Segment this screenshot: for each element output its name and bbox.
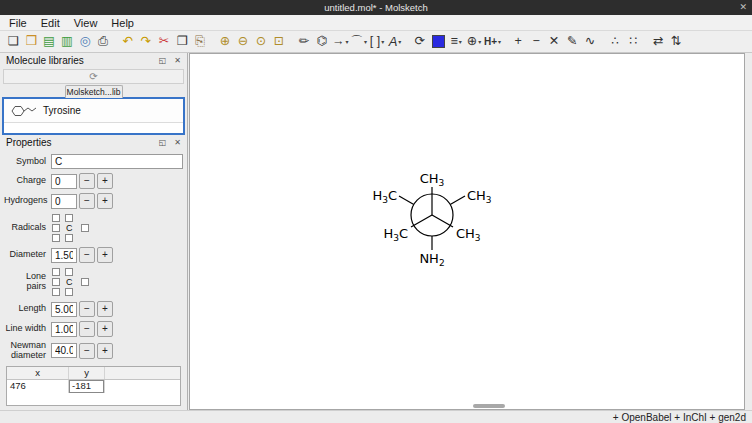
lone-pair-checkbox-right[interactable] xyxy=(81,278,89,286)
library-list[interactable]: Tyrosine xyxy=(2,97,185,135)
window-close-button[interactable]: ✕ xyxy=(739,0,747,15)
charge-decrease-button[interactable]: − xyxy=(79,173,95,189)
newman-diameter-input[interactable] xyxy=(51,343,77,358)
mechanism-arrow-button[interactable]: ⌒▾ xyxy=(350,32,369,51)
charge-tool-button[interactable]: ⊕▾ xyxy=(465,32,483,51)
menu-file[interactable]: File xyxy=(2,17,34,29)
diameter-increase-button[interactable]: + xyxy=(97,247,113,263)
increment-button[interactable]: + xyxy=(509,32,527,51)
lone-pair-checkbox-bottom-right[interactable] xyxy=(65,288,73,296)
drawing-canvas[interactable]: CH3 H3C CH3 H3C CH3 NH2 xyxy=(189,53,745,410)
line-width-increase-button[interactable]: + xyxy=(97,321,113,337)
new-file-button[interactable]: ❏ xyxy=(4,32,22,51)
toolbar-separator xyxy=(209,32,216,51)
library-float-button[interactable]: ◱ xyxy=(156,55,169,67)
hydrogens-decrease-button[interactable]: − xyxy=(79,193,95,209)
undo-icon: ↶ xyxy=(123,35,133,48)
radical-checkbox-bottom-right[interactable] xyxy=(65,234,73,242)
status-bar: + OpenBabel + InChI + gen2d xyxy=(0,410,752,423)
radical-checkbox-top-right[interactable] xyxy=(65,214,73,222)
charge-increase-button[interactable]: + xyxy=(97,173,113,189)
redo-icon: ↷ xyxy=(141,35,151,48)
zoom-reset-button[interactable]: ⊙ xyxy=(252,32,270,51)
menu-help[interactable]: Help xyxy=(104,17,141,29)
lone-pair-checkbox-bottom-left[interactable] xyxy=(52,288,60,296)
newman-projection-molecule[interactable]: CH3 H3C CH3 H3C CH3 NH2 xyxy=(332,137,532,282)
length-label: Length xyxy=(4,304,46,314)
atom-label-lower-left: H3C xyxy=(383,226,408,243)
radical-checkbox-top-left[interactable] xyxy=(52,214,60,222)
atom-label-lower-right: CH3 xyxy=(456,226,481,243)
coord-header-x[interactable]: x xyxy=(7,367,69,379)
coord-header-y[interactable]: y xyxy=(69,367,105,379)
lone-pair-checkbox-left[interactable] xyxy=(52,278,60,286)
zoom-in-button[interactable]: ⊕ xyxy=(216,32,234,51)
decrement-button[interactable]: − xyxy=(527,32,545,51)
window-title: untitled.mol* - Molsketch xyxy=(324,2,427,13)
color-picker-button[interactable] xyxy=(429,32,447,51)
horizontal-scrollbar-thumb[interactable] xyxy=(473,404,505,408)
properties-float-button[interactable]: ◱ xyxy=(156,137,169,149)
lone-pairs-center-label: C xyxy=(65,277,73,287)
coord-cell-y[interactable]: -181 xyxy=(69,380,105,393)
charge-row: Charge − + xyxy=(4,173,183,189)
length-increase-button[interactable]: + xyxy=(97,301,113,317)
coord-cell-x[interactable]: 476 xyxy=(7,380,69,393)
redo-button[interactable]: ↷ xyxy=(137,32,155,51)
line-width-decrease-button[interactable]: − xyxy=(79,321,95,337)
flip-horizontal-button[interactable]: ⇄ xyxy=(649,32,667,51)
left-dock: Molecule libraries ◱ ✕ ⟳ Molsketch...lib… xyxy=(0,53,188,410)
bond-back-upper-left xyxy=(399,196,414,205)
hydrogens-input[interactable] xyxy=(51,194,77,209)
reaction-arrow-button[interactable]: →▾ xyxy=(331,32,350,51)
hydrogen-tool-button[interactable]: H+▾ xyxy=(483,32,502,51)
delete-button[interactable]: ✕ xyxy=(545,32,563,51)
bond-type-button[interactable]: ≡▾ xyxy=(447,32,465,51)
undo-button[interactable]: ↶ xyxy=(119,32,137,51)
charge-input[interactable] xyxy=(51,174,77,189)
length-decrease-button[interactable]: − xyxy=(79,301,95,317)
library-close-button[interactable]: ✕ xyxy=(171,55,184,67)
open-file-button[interactable]: ❒ xyxy=(22,32,40,51)
electron-pair-button[interactable]: ∷ xyxy=(624,32,642,51)
menu-view[interactable]: View xyxy=(67,17,105,29)
zoom-out-button[interactable]: ⊖ xyxy=(234,32,252,51)
flip-vertical-button[interactable]: ⇅ xyxy=(667,32,685,51)
newman-diameter-increase-button[interactable]: + xyxy=(97,343,113,359)
print-button[interactable]: ⎙ xyxy=(94,32,112,51)
print-preview-button[interactable]: ◎ xyxy=(76,32,94,51)
menu-edit[interactable]: Edit xyxy=(34,17,67,29)
text-tool-button[interactable]: A▾ xyxy=(386,32,404,51)
lone-pair-checkbox-top-left[interactable] xyxy=(52,268,60,276)
save-button[interactable]: ▤ xyxy=(40,32,58,51)
copy-button[interactable]: ❐ xyxy=(173,32,191,51)
symbol-input[interactable] xyxy=(51,154,183,169)
radical-checkbox-bottom-left[interactable] xyxy=(52,234,60,242)
toolbar-separator xyxy=(288,32,295,51)
radical-checkbox-right[interactable] xyxy=(81,224,89,232)
newman-diameter-decrease-button[interactable]: − xyxy=(79,343,95,359)
length-input[interactable] xyxy=(51,302,77,317)
library-item-tyrosine[interactable]: Tyrosine xyxy=(4,99,183,123)
diameter-decrease-button[interactable]: − xyxy=(79,247,95,263)
lasso-button[interactable]: ∿ xyxy=(581,32,599,51)
diameter-input[interactable] xyxy=(51,248,77,263)
edit-button[interactable]: ✎ xyxy=(563,32,581,51)
properties-close-button[interactable]: ✕ xyxy=(171,137,184,149)
refresh-libraries-button[interactable]: ⟳ xyxy=(3,69,184,84)
ring-tool-button[interactable]: ⌬ xyxy=(313,32,331,51)
lone-pair-checkbox-top-right[interactable] xyxy=(65,268,73,276)
rotate-tool-button[interactable]: ⟳ xyxy=(411,32,429,51)
electron-pair-icon: ∷ xyxy=(629,35,637,48)
line-width-input[interactable] xyxy=(51,322,77,337)
cut-button[interactable]: ✂ xyxy=(155,32,173,51)
draw-tool-button[interactable]: ✏ xyxy=(295,32,313,51)
save-as-button[interactable]: ▥ xyxy=(58,32,76,51)
hydrogens-increase-button[interactable]: + xyxy=(97,193,113,209)
library-tab[interactable]: Molsketch...lib xyxy=(65,85,123,98)
paste-button[interactable]: ⎘ xyxy=(191,32,209,51)
radical-checkbox-left[interactable] xyxy=(52,224,60,232)
radical-tool-button[interactable]: ∴ xyxy=(606,32,624,51)
zoom-fit-button[interactable]: ⊡ xyxy=(270,32,288,51)
bracket-tool-button[interactable]: [ ]▾ xyxy=(368,32,386,51)
